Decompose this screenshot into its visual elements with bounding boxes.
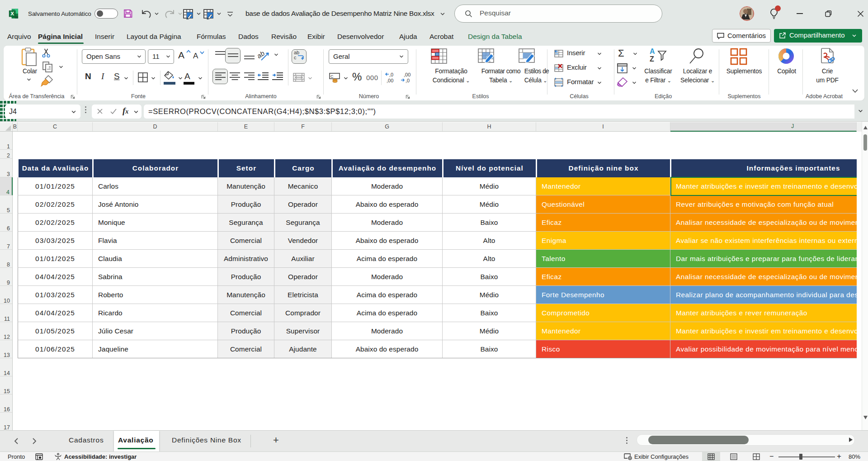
svg-text:,00: ,00	[404, 72, 410, 77]
svg-text:Z: Z	[650, 55, 654, 63]
svg-text:ab: ab	[258, 49, 266, 60]
svg-text:A: A	[650, 48, 655, 55]
svg-text:,00: ,00	[387, 78, 393, 83]
svg-text:X: X	[10, 11, 14, 16]
svg-text:c: c	[294, 55, 297, 60]
svg-text:,0: ,0	[406, 78, 410, 83]
svg-text:,0: ,0	[389, 72, 393, 77]
svg-text:C: C	[330, 74, 334, 79]
